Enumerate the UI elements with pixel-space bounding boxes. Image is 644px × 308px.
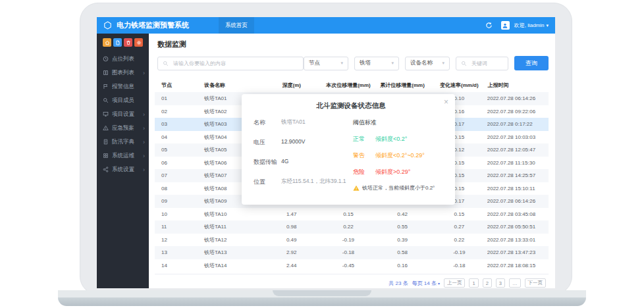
threshold-rule: 倾斜度<0.2°~0.29° bbox=[375, 151, 425, 160]
cell-device: 铁塔TA12 bbox=[187, 234, 260, 247]
screen: 电力铁塔监测预警系统 系统首页 欢迎, liadmin ▾ 点位列表图表列表›报… bbox=[97, 17, 555, 288]
page-button[interactable]: … bbox=[509, 278, 521, 288]
total-count: 共 23 条 bbox=[389, 280, 408, 287]
search-input-wrap[interactable] bbox=[157, 57, 304, 70]
monitor-icon bbox=[103, 111, 109, 117]
sidebar-item[interactable]: 图表列表› bbox=[97, 66, 149, 80]
chevron-right-icon: › bbox=[141, 167, 145, 173]
column-header: 节点 bbox=[155, 78, 187, 92]
refresh-icon[interactable] bbox=[485, 22, 493, 29]
device-field: 名称铁塔TA01 bbox=[254, 118, 353, 127]
page-title: 数据监测 bbox=[157, 39, 549, 49]
sidebar-item-label: 报警信息 bbox=[112, 83, 138, 91]
quick-gear-icon[interactable] bbox=[134, 38, 143, 47]
cell-time: 2022.07.28 15:10:11 bbox=[487, 182, 549, 195]
device-field: 位置东经115.54.1，北纬39.1.1 bbox=[254, 178, 353, 186]
cell-time: 2022.07.28 10:03:03 bbox=[487, 131, 549, 144]
filter-select[interactable]: 节点▾ bbox=[304, 57, 348, 70]
column-header: 变化速率(mm/d) bbox=[431, 78, 487, 92]
cell-total: 0.55 bbox=[373, 220, 431, 234]
page-button[interactable]: 3 bbox=[496, 278, 505, 288]
table-row[interactable]: 14铁塔TA142.44-0.450.16-0.182022.07.28 18:… bbox=[155, 259, 549, 272]
search-input[interactable] bbox=[172, 60, 298, 67]
clock-icon bbox=[103, 56, 109, 62]
chevron-down-icon: ▾ bbox=[546, 23, 549, 28]
table-row[interactable]: 12铁塔TA120.49-0.190.390.222022.07.28 13:3… bbox=[155, 234, 549, 247]
cell-delta: -0.19 bbox=[323, 234, 374, 247]
sidebar-item[interactable]: 应急预案› bbox=[97, 121, 149, 135]
cell-delta: 0.22 bbox=[323, 220, 374, 234]
cell-node: 04 bbox=[155, 131, 187, 144]
cell-total: 0.58 bbox=[373, 246, 431, 259]
sidebar-item-label: 防汛字典 bbox=[112, 138, 138, 146]
nav-item-home[interactable]: 系统首页 bbox=[219, 17, 254, 34]
page-button[interactable]: 2 bbox=[483, 278, 492, 288]
sidebar-item[interactable]: 报警信息 bbox=[97, 80, 149, 93]
keyword-input[interactable] bbox=[470, 60, 503, 67]
cell-depth: 0.49 bbox=[260, 234, 323, 247]
cell-time: 2022.07.28 06:14:26 bbox=[487, 92, 549, 105]
threshold-rule: 倾斜度>0.29° bbox=[375, 168, 410, 176]
keyword-input-wrap[interactable] bbox=[456, 57, 508, 70]
laptop-base-notch bbox=[273, 290, 371, 296]
query-button[interactable]: 查询 bbox=[514, 56, 549, 70]
quick-file-icon[interactable] bbox=[113, 38, 122, 47]
table-row[interactable]: 13铁塔TA132.92-0.180.58-0.192022.07.28 13:… bbox=[155, 246, 549, 259]
cell-node: 10 bbox=[155, 208, 187, 221]
cell-depth: 0.98 bbox=[260, 220, 323, 234]
filter-select[interactable]: 铁塔▾ bbox=[354, 57, 399, 70]
warning-icon bbox=[353, 185, 360, 192]
sidebar-item[interactable]: 项目设置› bbox=[97, 107, 149, 121]
chevron-down-icon: ▾ bbox=[340, 61, 343, 66]
sidebar-item-label: 点位列表 bbox=[112, 55, 138, 63]
chevron-right-icon: › bbox=[141, 70, 145, 76]
chevron-right-icon: › bbox=[141, 153, 145, 159]
quick-trash-icon[interactable] bbox=[124, 38, 132, 47]
field-label: 名称 bbox=[254, 118, 281, 127]
per-page-select[interactable]: 每页 14 条 ▾ bbox=[412, 280, 440, 287]
page-button[interactable]: 1 bbox=[469, 278, 478, 288]
sidebar-menu: 点位列表图表列表›报警信息项目成员项目设置›应急预案›防汛字典›系统运维›系统设… bbox=[97, 52, 149, 176]
cell-node: 09 bbox=[155, 195, 187, 208]
quick-home-icon[interactable] bbox=[103, 38, 111, 47]
prev-page-button[interactable]: 上一页 bbox=[444, 278, 466, 288]
warning-icon bbox=[103, 125, 109, 131]
sidebar-item[interactable]: 系统运维› bbox=[97, 149, 149, 163]
avatar[interactable] bbox=[501, 21, 510, 30]
sidebar-item[interactable]: 系统设置› bbox=[97, 163, 149, 176]
cell-total: 0.16 bbox=[373, 259, 431, 272]
cell-time: 2022.07.28 13:47:23 bbox=[487, 246, 549, 259]
sidebar-item-label: 项目成员 bbox=[112, 97, 138, 105]
sidebar: 点位列表图表列表›报警信息项目成员项目设置›应急预案›防汛字典›系统运维›系统设… bbox=[97, 34, 149, 288]
table-row[interactable]: 10铁塔TA101.470.150.420.152022.07.28 03:45… bbox=[155, 208, 549, 221]
cell-depth: 2.44 bbox=[260, 259, 323, 272]
modal-title: 北斗监测设备状态信息 bbox=[254, 101, 448, 111]
sidebar-item[interactable]: 防汛字典› bbox=[97, 135, 149, 149]
laptop-base-bottom bbox=[58, 297, 586, 306]
table-row[interactable]: 11铁塔TA110.980.220.550.272022.07.28 05:50… bbox=[155, 220, 549, 234]
device-status-modal: 北斗监测设备状态信息 × 名称铁塔TA01电压12.9000V数据传输4G位置东… bbox=[242, 94, 455, 205]
filter-select[interactable]: 设备名称▾ bbox=[405, 57, 450, 70]
caret-icon: ▾ bbox=[438, 281, 440, 286]
device-field: 电压12.9000V bbox=[254, 138, 353, 147]
field-value: 4G bbox=[281, 158, 288, 167]
column-header: 本次位移增量(mm) bbox=[323, 78, 374, 92]
threshold-row: 正常倾斜度<0.2° bbox=[353, 135, 448, 143]
share-icon bbox=[103, 167, 109, 172]
threshold-level: 警告 bbox=[353, 151, 365, 160]
cell-time: 2022.07.28 09:22:06 bbox=[487, 105, 549, 118]
sidebar-item[interactable]: 点位列表 bbox=[97, 52, 149, 66]
close-icon[interactable]: × bbox=[444, 98, 448, 106]
device-fields: 名称铁塔TA01电压12.9000V数据传输4G位置东经115.54.1，北纬3… bbox=[254, 118, 353, 192]
app-logo-icon bbox=[103, 21, 112, 30]
cell-time: 2022.07.28 18:08:15 bbox=[487, 259, 549, 272]
device-field: 数据传输4G bbox=[254, 158, 353, 167]
cell-node: 14 bbox=[155, 259, 187, 272]
threshold-rule: 倾斜度<0.2° bbox=[375, 135, 407, 143]
column-header: 累计位移增量(mm) bbox=[373, 78, 431, 92]
user-menu[interactable]: 欢迎, liadmin ▾ bbox=[514, 22, 549, 29]
sidebar-item[interactable]: 项目成员 bbox=[97, 93, 149, 107]
laptop-base bbox=[58, 290, 586, 297]
next-page-button[interactable]: 下一页 bbox=[525, 278, 547, 288]
cell-node: 12 bbox=[155, 234, 187, 247]
